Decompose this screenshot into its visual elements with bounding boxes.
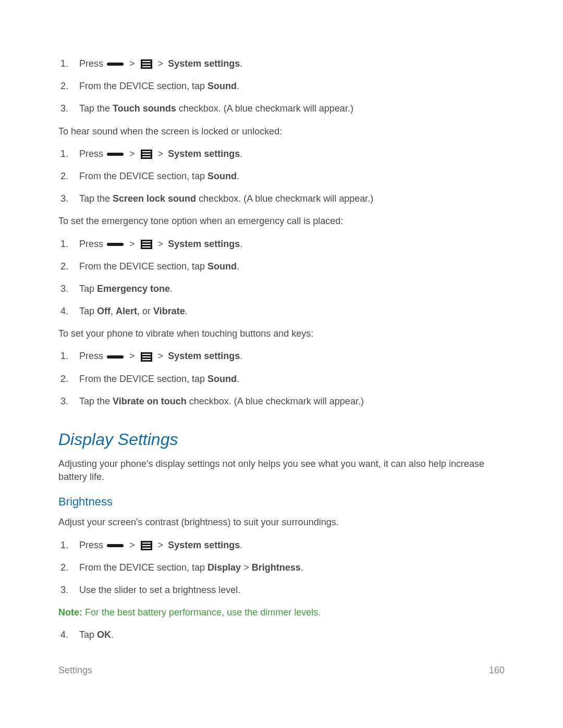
- period: .: [240, 149, 242, 159]
- screen-lock-intro: To hear sound when the screen is locked …: [58, 125, 505, 138]
- menu-icon: [141, 240, 152, 249]
- step-text: Tap: [79, 283, 97, 294]
- list-item: Tap Off, Alert, or Vibrate.: [58, 305, 505, 318]
- step-text: Press: [79, 239, 103, 249]
- step-text: Use the slider to set a brightness level…: [79, 585, 240, 595]
- list-item: From the DEVICE section, tap Sound.: [58, 170, 505, 183]
- separator: >: [129, 239, 135, 249]
- period: .: [240, 58, 242, 69]
- list-item: Use the slider to set a brightness level…: [58, 584, 505, 597]
- list-item: Press > > System settings.: [58, 147, 505, 161]
- step-text: .: [237, 374, 239, 384]
- step-text: .: [301, 562, 303, 573]
- step-text: Press: [79, 149, 103, 159]
- vibrate-on-touch-label: Vibrate on touch: [113, 396, 187, 406]
- menu-icon: [141, 541, 152, 550]
- step-text: .: [170, 283, 173, 294]
- step-text: Tap: [79, 630, 97, 640]
- system-settings-label: System settings: [168, 239, 240, 249]
- sound-label: Sound: [207, 81, 237, 91]
- step-text: Tap the: [79, 396, 113, 406]
- vibrate-touch-intro: To set your phone to vibrate when touchi…: [58, 327, 505, 340]
- vibrate-label: Vibrate: [153, 306, 185, 316]
- alert-label: Alert: [116, 306, 137, 316]
- period: .: [240, 540, 242, 550]
- step-text: >: [241, 562, 252, 573]
- step-text: From the DEVICE section, tap: [79, 261, 207, 272]
- separator: >: [129, 351, 135, 361]
- list-item: Tap OK.: [58, 628, 505, 641]
- sound-label: Sound: [207, 171, 237, 181]
- list-item: Press > > System settings.: [58, 350, 505, 363]
- brightness-steps-cont: Tap OK.: [58, 628, 505, 641]
- separator: >: [129, 58, 135, 69]
- list-item: Press > > System settings.: [58, 57, 505, 70]
- sound-label: Sound: [207, 261, 237, 272]
- brightness-label: Brightness: [252, 562, 301, 573]
- display-settings-heading: Display Settings: [58, 430, 505, 449]
- separator: >: [158, 351, 164, 361]
- system-settings-label: System settings: [168, 58, 240, 69]
- home-icon: [107, 63, 124, 66]
- home-icon: [107, 243, 124, 246]
- system-settings-label: System settings: [168, 149, 240, 159]
- list-item: Tap the Touch sounds checkbox. (A blue c…: [58, 102, 505, 115]
- brightness-intro: Adjust your screen's contrast (brightnes…: [58, 516, 505, 529]
- display-intro: Adjusting your phone's display settings …: [58, 458, 505, 484]
- step-text: Press: [79, 351, 103, 361]
- step-text: .: [237, 81, 239, 91]
- step-text: Tap the: [79, 193, 113, 204]
- menu-icon: [141, 150, 152, 159]
- step-text: .: [237, 171, 239, 181]
- separator: >: [129, 540, 135, 550]
- home-icon: [107, 544, 124, 547]
- step-text: Press: [79, 58, 103, 69]
- period: .: [240, 351, 242, 361]
- list-item: Press > > System settings.: [58, 539, 505, 552]
- step-text: Tap: [79, 306, 97, 316]
- emergency-steps: Press > > System settings. From the DEVI…: [58, 238, 505, 318]
- step-text: , or: [137, 306, 153, 316]
- list-item: Tap the Screen lock sound checkbox. (A b…: [58, 192, 505, 205]
- home-icon: [107, 153, 124, 156]
- step-text: .: [237, 261, 239, 272]
- step-text: From the DEVICE section, tap: [79, 81, 207, 91]
- brightness-note: Note: For the best battery performance, …: [58, 606, 505, 619]
- step-text: .: [111, 630, 114, 640]
- display-label: Display: [207, 562, 241, 573]
- page-footer: Settings 160: [58, 665, 505, 676]
- list-item: From the DEVICE section, tap Sound.: [58, 80, 505, 93]
- step-text: From the DEVICE section, tap: [79, 374, 207, 384]
- period: .: [240, 239, 242, 249]
- brightness-steps: Press > > System settings. From the DEVI…: [58, 539, 505, 597]
- touch-sounds-label: Touch sounds: [113, 103, 176, 114]
- list-item: Press > > System settings.: [58, 238, 505, 251]
- touch-sounds-steps: Press > > System settings. From the DEVI…: [58, 57, 505, 116]
- brightness-heading: Brightness: [58, 495, 505, 509]
- screen-lock-steps: Press > > System settings. From the DEVI…: [58, 147, 505, 206]
- vibrate-touch-steps: Press > > System settings. From the DEVI…: [58, 350, 505, 408]
- note-label: Note:: [58, 607, 82, 618]
- page-content: Press > > System settings. From the DEVI…: [0, 0, 563, 642]
- emergency-intro: To set the emergency tone option when an…: [58, 215, 505, 228]
- sound-label: Sound: [207, 374, 237, 384]
- menu-icon: [141, 352, 152, 362]
- step-text: checkbox. (A blue checkmark will appear.…: [196, 193, 373, 204]
- system-settings-label: System settings: [168, 540, 240, 550]
- separator: >: [129, 149, 135, 159]
- separator: >: [158, 540, 164, 550]
- step-text: From the DEVICE section, tap: [79, 171, 207, 181]
- screen-lock-sound-label: Screen lock sound: [113, 193, 196, 204]
- footer-page-number: 160: [489, 665, 505, 676]
- list-item: From the DEVICE section, tap Sound.: [58, 373, 505, 386]
- list-item: Tap Emergency tone.: [58, 282, 505, 295]
- ok-label: OK: [97, 630, 111, 640]
- off-label: Off: [97, 306, 111, 316]
- step-text: checkbox. (A blue checkmark will appear.…: [187, 396, 364, 406]
- step-text: Tap the: [79, 103, 113, 114]
- menu-icon: [141, 59, 152, 69]
- separator: >: [158, 149, 164, 159]
- separator: >: [158, 239, 164, 249]
- note-text: For the best battery performance, use th…: [82, 607, 321, 618]
- step-text: Press: [79, 540, 103, 550]
